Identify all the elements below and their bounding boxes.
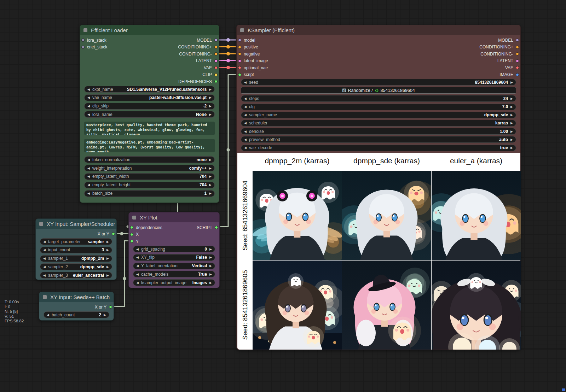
- widget-Y_label_orientation[interactable]: ◀Y_label_orientationVertical▶: [133, 263, 215, 269]
- slot-dot-icon[interactable]: [238, 59, 241, 63]
- decrement-arrow-icon[interactable]: ◀: [136, 256, 139, 259]
- output-slot-model[interactable]: MODEL: [197, 37, 218, 44]
- collapse-icon[interactable]: [240, 28, 244, 32]
- input-slot-positive[interactable]: positive: [238, 44, 258, 51]
- widget-sampler_3[interactable]: ◀sampler_3euler_ancestral▶: [40, 272, 112, 279]
- decrement-arrow-icon[interactable]: ◀: [87, 192, 90, 195]
- slot-dot-icon[interactable]: [238, 66, 241, 69]
- decrement-arrow-icon[interactable]: ◀: [43, 274, 46, 277]
- decrement-arrow-icon[interactable]: ◀: [136, 247, 139, 251]
- increment-arrow-icon[interactable]: ▶: [104, 313, 106, 317]
- slot-dot-icon[interactable]: [214, 52, 218, 55]
- widget-grid_spacing[interactable]: ◀grid_spacing0▶: [133, 246, 215, 252]
- decrement-arrow-icon[interactable]: ◀: [43, 257, 46, 260]
- increment-arrow-icon[interactable]: ▶: [209, 96, 212, 99]
- slot-dot-icon[interactable]: [238, 46, 241, 49]
- widget-denoise[interactable]: ◀denoise1.00▶: [241, 128, 516, 135]
- decrement-arrow-icon[interactable]: ◀: [244, 146, 247, 150]
- widget-input_count[interactable]: ◀input_count3▶: [40, 247, 112, 253]
- slot-dot-icon[interactable]: [214, 39, 218, 42]
- output-slot-conditioning-[interactable]: CONDITIONING-: [480, 51, 519, 58]
- negative-prompt[interactable]: embedding:EasyNegative.pt, embedding:bad…: [84, 139, 215, 152]
- positive-prompt[interactable]: masterpiece, best quality, haunted theme…: [84, 122, 215, 135]
- output-slot-latent[interactable]: LATENT: [196, 58, 218, 65]
- increment-arrow-icon[interactable]: ▶: [209, 273, 212, 276]
- increment-arrow-icon[interactable]: ▶: [209, 166, 212, 170]
- output-slot-conditioning-[interactable]: CONDITIONING-: [179, 51, 218, 58]
- decrement-arrow-icon[interactable]: ◀: [87, 158, 90, 162]
- slot-dot-icon[interactable]: [81, 46, 85, 49]
- increment-arrow-icon[interactable]: ▶: [209, 264, 212, 268]
- collapse-icon[interactable]: [39, 222, 43, 226]
- output-slot-x-or-y[interactable]: X or Y: [95, 304, 112, 311]
- widget-sampler_1[interactable]: ◀sampler_1dpmpp_2m▶: [40, 255, 112, 262]
- increment-arrow-icon[interactable]: ▶: [510, 97, 513, 100]
- slot-dot-icon[interactable]: [516, 73, 519, 76]
- input-slot-y[interactable]: Y: [130, 238, 139, 245]
- slot-dot-icon[interactable]: [130, 233, 133, 236]
- input-slot-negative[interactable]: negative: [238, 51, 260, 58]
- widget-cache_models[interactable]: ◀cache_modelsTrue▶: [133, 271, 215, 277]
- increment-arrow-icon[interactable]: ▶: [209, 175, 212, 178]
- widget-batch_count[interactable]: ◀batch_count2▶: [44, 311, 109, 318]
- input-slot-optional-vae[interactable]: optional_vae: [238, 64, 268, 71]
- slot-dot-icon[interactable]: [516, 66, 519, 69]
- decrement-arrow-icon[interactable]: ◀: [87, 113, 90, 116]
- decrement-arrow-icon[interactable]: ◀: [136, 281, 139, 285]
- decrement-arrow-icon[interactable]: ◀: [244, 121, 247, 125]
- slot-dot-icon[interactable]: [214, 59, 218, 63]
- node-xy-input-sampler-scheduler[interactable]: XY Input: Sampler/Scheduler X or Y ◀targ…: [35, 218, 117, 280]
- slot-dot-icon[interactable]: [214, 80, 218, 83]
- widget-sampler_name[interactable]: ◀sampler_namedpmpp_sde▶: [241, 112, 516, 118]
- decrement-arrow-icon[interactable]: ◀: [87, 175, 90, 178]
- node-xy-plot[interactable]: XY Plot dependenciesXYSCRIPT ◀grid_spaci…: [128, 212, 220, 288]
- output-slot-conditioning+[interactable]: CONDITIONING+: [178, 44, 218, 51]
- collapse-icon[interactable]: [43, 295, 47, 299]
- slot-dot-icon[interactable]: [130, 240, 133, 243]
- widget-empty_latent_height[interactable]: ◀empty_latent_height704▶: [84, 182, 215, 188]
- collapse-icon[interactable]: [83, 28, 87, 32]
- decrement-arrow-icon[interactable]: ◀: [136, 273, 139, 276]
- decrement-arrow-icon[interactable]: ◀: [43, 265, 46, 269]
- decrement-arrow-icon[interactable]: ◀: [43, 248, 46, 252]
- input-slot-x[interactable]: X: [130, 231, 139, 238]
- decrement-arrow-icon[interactable]: ◀: [87, 183, 90, 187]
- decrement-arrow-icon[interactable]: ◀: [244, 138, 247, 141]
- slot-dot-icon[interactable]: [215, 226, 218, 229]
- widget-batch_size[interactable]: ◀batch_size1▶: [84, 190, 215, 197]
- increment-arrow-icon[interactable]: ▶: [106, 257, 109, 260]
- increment-arrow-icon[interactable]: ▶: [209, 247, 212, 251]
- input-slot-script[interactable]: script: [238, 71, 254, 78]
- node-header[interactable]: XY Input: Sampler/Scheduler: [36, 219, 116, 229]
- widget-sampler_2[interactable]: ◀sampler_2dpmpp_sde▶: [40, 263, 112, 270]
- output-slot-x-or-y[interactable]: X or Y: [98, 230, 115, 238]
- increment-arrow-icon[interactable]: ▶: [209, 192, 212, 195]
- decrement-arrow-icon[interactable]: ◀: [43, 240, 46, 244]
- increment-arrow-icon[interactable]: ▶: [209, 158, 212, 162]
- widget-preview_method[interactable]: ◀preview_methodauto▶: [241, 136, 516, 143]
- decrement-arrow-icon[interactable]: ◀: [87, 88, 90, 91]
- widget-vae_decode[interactable]: ◀vae_decodetrue▶: [241, 145, 516, 151]
- increment-arrow-icon[interactable]: ▶: [209, 183, 212, 187]
- widget-XY_flip[interactable]: ◀XY_flipFalse▶: [133, 254, 215, 261]
- widget-ckpt_name[interactable]: ◀ckpt_nameSD1.5\aniverse_V12Pruned.safet…: [84, 86, 215, 93]
- node-header[interactable]: XY Plot: [129, 212, 219, 222]
- node-ksampler-efficient[interactable]: KSampler (Efficient) modelpositivenegati…: [236, 25, 521, 350]
- increment-arrow-icon[interactable]: ▶: [106, 274, 109, 277]
- widget-weight_interpretation[interactable]: ◀weight_interpretationcomfy++▶: [84, 165, 215, 171]
- output-slot-script[interactable]: SCRIPT: [197, 224, 218, 231]
- increment-arrow-icon[interactable]: ▶: [209, 88, 212, 91]
- widget-lora_name[interactable]: ◀lora_nameNone▶: [84, 111, 215, 118]
- slot-dot-icon[interactable]: [214, 73, 218, 76]
- widget-seed[interactable]: ◀seed85413261869604▶: [241, 79, 516, 86]
- node-header[interactable]: Efficient Loader: [80, 25, 219, 35]
- output-slot-vae[interactable]: VAE: [505, 64, 519, 71]
- slot-dot-icon[interactable]: [238, 73, 241, 76]
- increment-arrow-icon[interactable]: ▶: [209, 281, 212, 285]
- slot-dot-icon[interactable]: [130, 226, 133, 229]
- slot-dot-icon[interactable]: [112, 232, 115, 235]
- widget-token_normalization[interactable]: ◀token_normalizationnone▶: [84, 156, 215, 163]
- decrement-arrow-icon[interactable]: ◀: [244, 81, 247, 84]
- decrement-arrow-icon[interactable]: ◀: [47, 313, 49, 317]
- increment-arrow-icon[interactable]: ▶: [510, 130, 513, 133]
